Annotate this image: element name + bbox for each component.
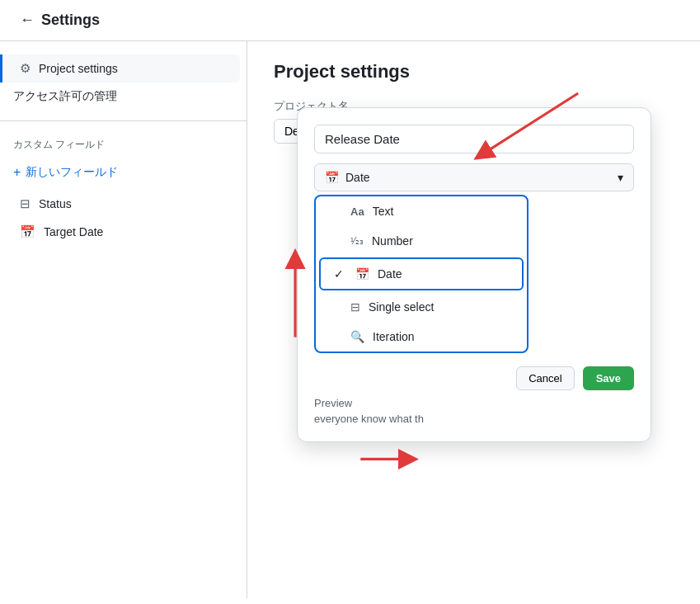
type-dropdown: Aa Text ¹⁄₂₃ Number ✓ 📅 Date [314, 195, 529, 353]
dropdown-item-number[interactable]: ¹⁄₂₃ Number [316, 226, 527, 256]
target-date-label: Target Date [44, 225, 103, 238]
access-label: アクセス許可の管理 [13, 89, 117, 102]
content-area: Project settings プロジェクト名 📅 Date ▾ [247, 41, 700, 598]
single-select-icon: ⊟ [350, 300, 360, 314]
custom-fields-section-label: カスタム フィールド [0, 131, 247, 158]
add-field-button[interactable]: + 新しいフィールド [0, 158, 247, 186]
gear-icon: ⚙ [20, 61, 31, 76]
status-icon: ⊟ [20, 196, 31, 211]
date-option-icon: 📅 [355, 267, 369, 281]
iteration-option-label: Iteration [373, 330, 415, 343]
sidebar: ⚙ Project settings アクセス許可の管理 カスタム フィールド … [0, 41, 247, 598]
save-button[interactable]: Save [583, 366, 634, 390]
sidebar-access-management[interactable]: アクセス許可の管理 [0, 83, 247, 111]
date-option-label: Date [378, 267, 402, 281]
back-button[interactable]: ← Settings [20, 12, 100, 29]
header: ← Settings [0, 0, 700, 41]
single-select-check [329, 300, 342, 314]
date-type-icon: 📅 [325, 171, 339, 184]
dropdown-item-date[interactable]: ✓ 📅 Date [319, 257, 524, 290]
sidebar-divider [0, 120, 247, 121]
page-title: Project settings [274, 61, 674, 83]
number-type-icon: ¹⁄₂₃ [350, 235, 364, 247]
sidebar-item-target-date[interactable]: 📅 Target Date [7, 218, 240, 246]
date-check: ✓ [334, 267, 347, 281]
cancel-button[interactable]: Cancel [516, 366, 574, 390]
number-option-label: Number [372, 234, 413, 248]
settings-title: Settings [41, 12, 100, 29]
preview-section: Preview everyone know what th [314, 397, 634, 425]
preview-text: everyone know what th [314, 413, 634, 425]
text-option-label: Text [373, 205, 394, 218]
iteration-check [329, 330, 342, 343]
add-field-label: 新しいフィールド [26, 165, 118, 180]
sidebar-item-status[interactable]: ⊟ Status [7, 190, 240, 218]
preview-label: Preview [314, 397, 634, 409]
plus-icon: + [13, 165, 21, 180]
type-selector[interactable]: 📅 Date ▾ [314, 163, 634, 191]
type-dropdown-container: 📅 Date ▾ Aa Text ¹⁄ [314, 163, 634, 353]
text-type-icon: Aa [350, 205, 364, 218]
single-select-option-label: Single select [369, 300, 434, 314]
status-label: Status [39, 197, 72, 210]
field-dialog: 📅 Date ▾ Aa Text ¹⁄ [297, 107, 651, 442]
iteration-icon: 🔍 [350, 330, 364, 343]
dropdown-chevron-icon: ▾ [618, 171, 623, 184]
main-layout: ⚙ Project settings アクセス許可の管理 カスタム フィールド … [0, 41, 700, 598]
field-name-input[interactable] [314, 125, 634, 153]
dropdown-item-text[interactable]: Aa Text [316, 196, 527, 226]
dropdown-item-single-select[interactable]: ⊟ Single select [316, 292, 527, 322]
back-arrow-icon: ← [20, 12, 35, 29]
sidebar-project-settings-label: Project settings [39, 62, 118, 75]
type-selector-left: 📅 Date [325, 171, 370, 184]
sidebar-item-project-settings[interactable]: ⚙ Project settings [0, 54, 240, 83]
dropdown-item-iteration[interactable]: 🔍 Iteration [316, 322, 527, 352]
type-selector-label: Date [345, 171, 370, 184]
calendar-icon: 📅 [20, 224, 35, 239]
dialog-buttons: Cancel Save [314, 366, 634, 390]
text-check [329, 205, 342, 218]
number-check [329, 234, 342, 248]
